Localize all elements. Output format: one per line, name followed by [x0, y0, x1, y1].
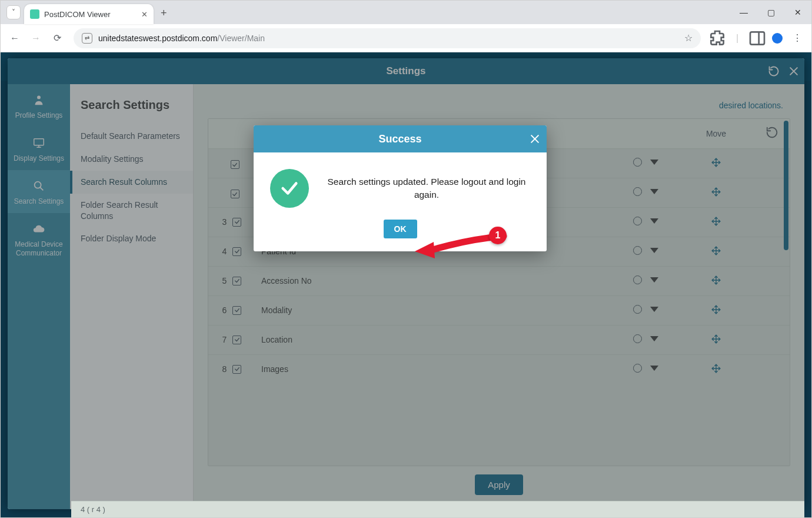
url-host: unitedstateswest.postdicom.com	[98, 34, 217, 43]
close-window-button[interactable]: ✕	[784, 1, 811, 24]
tab-search-button[interactable]: ˅	[6, 5, 21, 19]
browser-toolbar: ← → ⟳ ⇄ unitedstateswest.postdicom.com/V…	[1, 24, 811, 52]
back-button[interactable]: ←	[5, 29, 24, 48]
svg-rect-0	[750, 32, 764, 44]
forward-button[interactable]: →	[26, 29, 45, 48]
app-viewport: postDICOM Settings	[1, 52, 811, 517]
minimize-button[interactable]: —	[730, 1, 757, 24]
success-check-icon	[270, 169, 309, 208]
modal-close-button[interactable]	[529, 125, 541, 152]
sidepanel-button[interactable]	[748, 29, 767, 48]
site-info-icon[interactable]: ⇄	[82, 33, 92, 44]
favicon-icon	[30, 9, 39, 19]
chrome-menu-button[interactable]: ⋮	[788, 29, 807, 48]
modal-message: Search settings updated. Please logout a…	[323, 175, 530, 201]
browser-window: ˅ PostDICOM Viewer ✕ + — ▢ ✕ ← → ⟳ ⇄ uni…	[0, 0, 812, 518]
modal-titlebar: Success	[254, 125, 547, 152]
avatar-icon	[772, 33, 783, 44]
chevron-down-icon: ˅	[12, 8, 15, 16]
statusbar-peek: 4 ( r 4 )	[71, 501, 804, 517]
browser-tabstrip: ˅ PostDICOM Viewer ✕ + — ▢ ✕	[1, 1, 811, 24]
address-bar[interactable]: ⇄ unitedstateswest.postdicom.com/Viewer/…	[74, 28, 701, 48]
tab-title: PostDICOM Viewer	[44, 10, 137, 19]
bookmark-star-icon[interactable]: ☆	[684, 32, 693, 44]
ok-button[interactable]: OK	[384, 220, 417, 238]
close-icon[interactable]: ✕	[141, 10, 148, 19]
window-controls: — ▢ ✕	[730, 1, 811, 24]
url-path: /Viewer/Main	[217, 34, 265, 43]
annotation-badge: 1	[489, 227, 507, 244]
profile-button[interactable]	[768, 29, 787, 48]
browser-tab[interactable]: PostDICOM Viewer ✕	[24, 4, 154, 24]
modal-title: Success	[378, 133, 421, 145]
maximize-button[interactable]: ▢	[757, 1, 784, 24]
extensions-button[interactable]	[708, 29, 727, 48]
reload-button[interactable]: ⟳	[48, 29, 66, 48]
new-tab-button[interactable]: +	[161, 7, 167, 19]
